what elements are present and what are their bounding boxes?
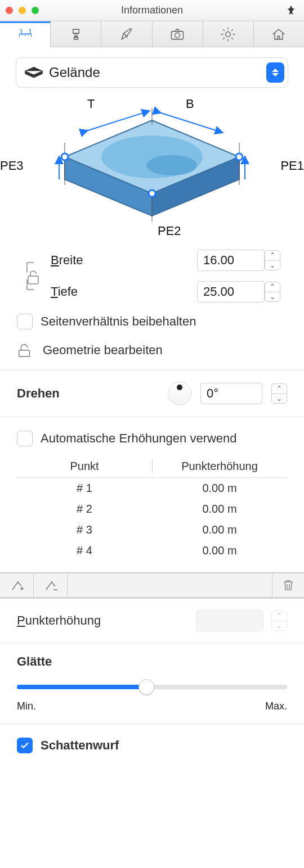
tab-brush[interactable] <box>51 21 101 47</box>
minimize-window-icon[interactable] <box>19 7 26 14</box>
pin-icon[interactable] <box>285 4 297 17</box>
chevron-up-icon[interactable]: ⌃ <box>272 384 287 394</box>
depth-stepper[interactable]: ⌃⌄ <box>265 282 280 302</box>
svg-point-1 <box>175 33 180 38</box>
traffic-lights <box>6 7 39 14</box>
chevron-up-icon[interactable]: ⌃ <box>265 251 280 261</box>
aspect-lock-icon[interactable] <box>17 261 51 291</box>
depth-label: Tiefe <box>51 284 197 299</box>
rotate-input[interactable] <box>200 383 262 404</box>
toolbar-spacer <box>68 573 272 597</box>
smoothness-label: Glätte <box>17 654 287 669</box>
chevron-down-icon[interactable]: ⌄ <box>265 261 280 270</box>
point-elevation-section: Punkterhöhung ⌃⌄ <box>0 598 304 643</box>
dimensions-section: Breite ⌃⌄ Tiefe ⌃⌄ Seitenverhältnis beib… <box>0 238 304 370</box>
point-elevation-label: Punkterhöhung <box>17 613 188 628</box>
chevron-up-icon[interactable]: ⌃ <box>265 282 280 292</box>
diagram-label-b: B <box>186 97 194 111</box>
width-label: Breite <box>51 253 197 268</box>
diagram-label-t: T <box>87 97 95 111</box>
table-cell-elevation: 0.00 m <box>152 482 287 495</box>
rotate-stepper[interactable]: ⌃⌄ <box>271 383 287 404</box>
rotate-section: Drehen ⌃⌄ <box>0 370 304 417</box>
tab-camera[interactable] <box>153 21 203 47</box>
elevation-table: Punkt Punkterhöhung # 10.00 m# 20.00 m# … <box>17 455 287 561</box>
smoothness-min-label: Min. <box>17 700 36 712</box>
shadow-checkbox[interactable] <box>17 738 33 753</box>
rotate-label: Drehen <box>17 386 159 401</box>
table-row[interactable]: # 10.00 m <box>17 478 287 499</box>
shadow-section: Schattenwurf <box>0 724 304 765</box>
table-row[interactable]: # 40.00 m <box>17 540 287 561</box>
table-cell-point: # 1 <box>17 482 152 495</box>
point-elevation-stepper: ⌃⌄ <box>271 611 287 631</box>
diagram-label-pe3: PE3 <box>0 159 24 173</box>
table-cell-point: # 3 <box>17 523 152 536</box>
object-type-select[interactable]: Gelände <box>16 57 288 88</box>
add-point-button[interactable] <box>0 573 34 597</box>
table-cell-point: # 2 <box>17 503 152 516</box>
svg-point-5 <box>146 155 197 175</box>
smoothness-max-label: Max. <box>265 700 287 712</box>
table-cell-elevation: 0.00 m <box>152 523 287 536</box>
smoothness-slider[interactable] <box>17 679 287 695</box>
tab-house[interactable] <box>254 21 304 47</box>
elevations-section: Automatische Erhöhungen verwend Punkt Pu… <box>0 417 304 572</box>
terrain-icon <box>24 64 43 82</box>
svg-rect-20 <box>28 276 38 284</box>
close-window-icon[interactable] <box>6 7 13 14</box>
svg-point-17 <box>61 153 68 160</box>
select-arrows-icon <box>266 62 284 83</box>
chevron-down-icon[interactable]: ⌄ <box>272 394 287 404</box>
edit-geometry-label: Geometrie bearbeiten <box>43 343 163 358</box>
rotate-dial[interactable] <box>168 382 191 405</box>
chevron-down-icon[interactable]: ⌄ <box>265 292 280 302</box>
table-cell-point: # 4 <box>17 544 152 557</box>
slider-thumb-icon[interactable] <box>138 679 154 695</box>
svg-point-2 <box>226 31 231 37</box>
svg-rect-21 <box>19 350 30 356</box>
shadow-label: Schattenwurf <box>41 738 119 753</box>
window-titlebar: Informationen <box>0 0 304 21</box>
smoothness-section: Glätte Min. Max. <box>0 643 304 724</box>
width-stepper[interactable]: ⌃⌄ <box>265 250 280 270</box>
table-header-point[interactable]: Punkt <box>17 460 152 473</box>
aspect-ratio-checkbox[interactable] <box>17 314 33 329</box>
remove-point-button[interactable] <box>34 573 68 597</box>
aspect-ratio-label: Seitenverhältnis beibehalten <box>41 314 196 329</box>
elevation-toolbar <box>0 572 304 598</box>
table-cell-elevation: 0.00 m <box>152 544 287 557</box>
auto-elevations-checkbox[interactable] <box>17 431 33 446</box>
svg-point-19 <box>149 190 155 197</box>
table-cell-elevation: 0.00 m <box>152 503 287 516</box>
diagram-label-pe1: PE1 <box>280 159 304 173</box>
table-row[interactable]: # 20.00 m <box>17 499 287 519</box>
inspector-tabs <box>0 21 304 47</box>
point-elevation-input <box>196 610 263 631</box>
depth-input[interactable] <box>197 281 265 302</box>
auto-elevations-label: Automatische Erhöhungen verwend <box>41 431 237 446</box>
table-header-elevation[interactable]: Punkterhöhung <box>152 460 287 473</box>
window-title: Informationen <box>0 4 304 16</box>
tab-light[interactable] <box>203 21 254 47</box>
edit-geometry-row[interactable]: Geometrie bearbeiten <box>17 342 287 359</box>
object-type-label: Gelände <box>49 65 266 80</box>
tab-pencil[interactable] <box>101 21 152 47</box>
tab-ruler[interactable] <box>0 21 51 47</box>
table-row[interactable]: # 30.00 m <box>17 519 287 540</box>
delete-button[interactable] <box>272 573 304 597</box>
diagram-label-pe2: PE2 <box>158 224 181 238</box>
dimension-diagram: T B PE3 PE1 PE2 <box>0 92 304 238</box>
svg-point-18 <box>236 153 243 160</box>
zoom-window-icon[interactable] <box>32 7 39 14</box>
width-input[interactable] <box>197 250 265 271</box>
